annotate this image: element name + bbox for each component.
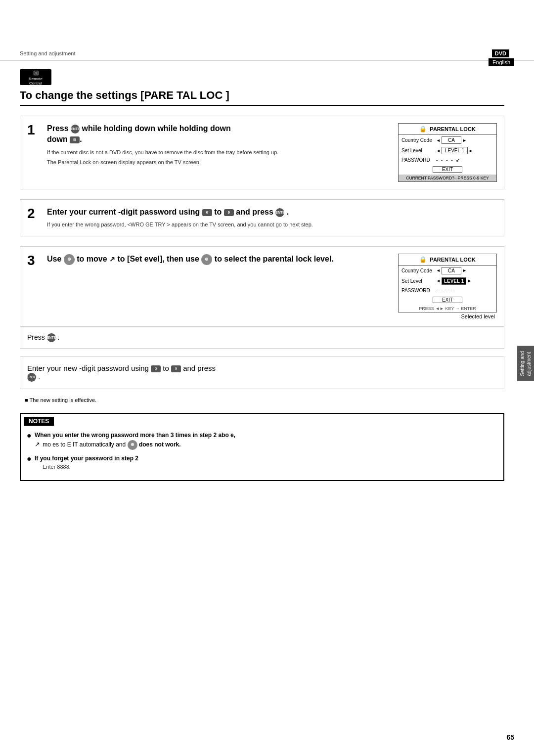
parental-box2-footer: PRESS ◄► KEY → ENTER: [399, 305, 496, 312]
country-code-value: CA: [442, 136, 461, 144]
parental-box2-title: 🔒 PARENTAL LOCK: [399, 254, 496, 266]
level-left-arrow[interactable]: ◄: [436, 148, 441, 153]
step5-key9: 9: [171, 365, 181, 372]
lock-icon: 🔒: [419, 126, 427, 133]
country-right-arrow2[interactable]: ►: [462, 268, 467, 273]
level-right-arrow[interactable]: ►: [469, 148, 473, 153]
set-level-row: Set Level ◄ LEVEL 1 ►: [399, 145, 496, 156]
selected-level-caption: Selected level: [461, 313, 497, 319]
step2-detail: If you enter the wrong password, <WRO GE…: [47, 221, 313, 229]
set-level-value: LEVEL 1: [442, 147, 468, 154]
remote-control-icon: ⊞ Remote Control: [20, 69, 51, 85]
notes-text2: If you forget your password in step 2 En…: [35, 454, 138, 471]
joystick-icon3: ⊕: [128, 440, 137, 450]
password-value: - - - -: [436, 157, 454, 163]
step1-text: Press ENTER while holding down while hol…: [47, 123, 278, 167]
notes-item1: ● When you enter the wrong password more…: [27, 431, 497, 450]
notes-title: NOTES: [24, 417, 54, 426]
bullet2: ●: [27, 454, 35, 463]
step1-detail1: If the current disc is not a DVD disc, y…: [47, 148, 278, 157]
notes-item2: ● If you forget your password in step 2 …: [27, 454, 497, 471]
title-area: ⊞ Remote Control: [20, 69, 504, 85]
exit-button2[interactable]: EXIT: [433, 297, 462, 303]
step2-content: 2 Enter your current -digit password usi…: [27, 207, 497, 229]
joystick-icon: ⊕: [64, 254, 75, 265]
arrow-icon2: ↗: [35, 441, 40, 448]
password-row2: PASSWORD - - - -: [399, 286, 496, 295]
press-enter-container: Press ENTER .: [20, 327, 504, 349]
country-left-arrow[interactable]: ◄: [436, 138, 441, 143]
exit-button[interactable]: EXIT: [433, 166, 462, 173]
side-tab: Setting and adjustment: [517, 346, 534, 381]
step1-title: Press ENTER while holding down while hol…: [47, 123, 278, 145]
arrow-icon: ↗: [109, 255, 115, 263]
step2-text: Enter your current -digit password using…: [47, 207, 313, 229]
parental-box2-wrapper: 🔒 PARENTAL LOCK Country Code ◄ CA ► Set …: [393, 254, 497, 319]
step3-container: 3 Use ⊕ to move ↗ to [Set evel], then us…: [20, 246, 504, 327]
remote-label: Remote Control: [23, 77, 48, 86]
enter-btn-step2: ENTER: [275, 208, 284, 217]
step1-inner: 1 Press ENTER while holding down while h…: [27, 123, 393, 167]
step2-container: 2 Enter your current -digit password usi…: [20, 199, 504, 236]
enter-button-icon: ENTER: [71, 125, 80, 133]
step1-content: 1 Press ENTER while holding down while h…: [27, 123, 393, 167]
country-left-arrow2[interactable]: ◄: [436, 268, 441, 273]
country-code-row2: Country Code ◄ CA ►: [399, 266, 496, 276]
parental-lock-box-1: 🔒 PARENTAL LOCK Country Code ◄ CA ► Set …: [398, 123, 497, 182]
enter-btn-step5: ENTER: [27, 373, 36, 382]
exit-button-row: EXIT: [399, 166, 496, 173]
step1-detail2: The Parental Lock on-screen display appe…: [47, 158, 278, 167]
set-level-row2: Set Level ◄ LEVEL 1 ►: [399, 276, 496, 286]
page-number: 65: [506, 733, 514, 741]
section-label: Setting and adjustment: [20, 50, 76, 56]
parental-box1-footer: CURRENT PASSWORD?···PRESS 0-9 KEY: [399, 175, 496, 181]
level-right-arrow2[interactable]: ►: [467, 278, 472, 283]
step3-title: Use ⊕ to move ↗ to [Set evel], then use …: [47, 254, 334, 265]
lock-icon2: 🔒: [419, 256, 427, 263]
country-code-value2: CA: [442, 267, 461, 274]
page-title: To change the settings [PARE TAL LOC ]: [20, 89, 504, 106]
dvd-badge: DVD: [492, 49, 509, 57]
enter-btn-press: ENTER: [47, 333, 56, 342]
key9-icon: 9: [224, 209, 234, 216]
set-level-value2: LEVEL 1: [442, 277, 466, 285]
main-content: ⊞ Remote Control To change the settings …: [20, 59, 504, 481]
notes-sub2: Enter 8888.: [43, 463, 138, 471]
step1-number: 1: [27, 123, 42, 137]
joystick-icon2: ⊕: [201, 254, 212, 265]
bullet1: ●: [27, 431, 35, 440]
step1-container: 1 Press ENTER while holding down while h…: [20, 116, 504, 189]
parental-lock-box-2: 🔒 PARENTAL LOCK Country Code ◄ CA ► Set …: [398, 254, 497, 312]
level-left-arrow2[interactable]: ◄: [436, 278, 441, 283]
step5-container: Enter your new -digit password using 0 t…: [20, 356, 504, 389]
cursor-icon: ↙: [456, 157, 460, 163]
country-right-arrow[interactable]: ►: [462, 138, 467, 143]
notes-content: ● When you enter the wrong password more…: [21, 429, 503, 480]
step3-inner: 3 Use ⊕ to move ↗ to [Set evel], then us…: [27, 254, 393, 319]
step5-key0: 0: [151, 365, 161, 372]
step2-inner: 2 Enter your current -digit password usi…: [27, 207, 497, 229]
country-code-row: Country Code ◄ CA ►: [399, 135, 496, 145]
key0-icon: 0: [202, 209, 212, 216]
notes-text1: When you enter the wrong password more t…: [35, 431, 235, 450]
step3-text: Use ⊕ to move ↗ to [Set evel], then use …: [47, 254, 334, 268]
password-row: PASSWORD - - - - ↙: [399, 156, 496, 164]
notes-box: NOTES ● When you enter the wrong passwor…: [20, 413, 504, 481]
key-icon: ⊟: [70, 136, 80, 143]
password-value2: - - - -: [436, 288, 454, 293]
note-effective: The new setting is effective.: [20, 397, 504, 403]
step2-number: 2: [27, 207, 42, 221]
step2-title: Enter your current -digit password using…: [47, 207, 313, 218]
step3-number: 3: [27, 254, 42, 267]
exit-button-row2: EXIT: [399, 297, 496, 303]
parental-box1-title: 🔒 PARENTAL LOCK: [399, 124, 496, 135]
